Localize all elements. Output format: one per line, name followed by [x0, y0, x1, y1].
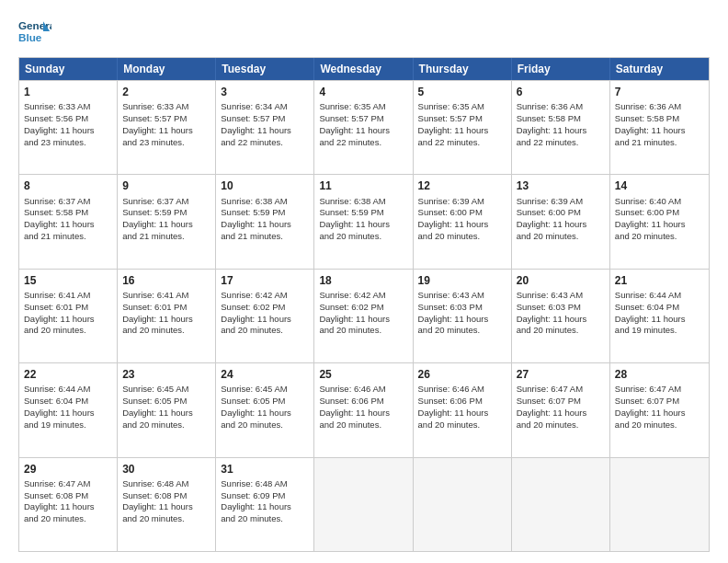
day-info-line: Sunset: 6:08 PM: [24, 490, 112, 502]
day-number: 24: [221, 367, 309, 382]
day-info-line: Daylight: 11 hours: [221, 314, 309, 326]
day-info-line: Sunset: 5:57 PM: [418, 113, 506, 125]
day-info-line: Sunrise: 6:33 AM: [24, 101, 112, 113]
day-number: 15: [24, 273, 112, 288]
day-number: 25: [319, 367, 407, 382]
day-info-line: Sunset: 5:56 PM: [24, 113, 112, 125]
day-info-line: Daylight: 11 hours: [221, 408, 309, 419]
day-number: 26: [418, 367, 506, 382]
calendar-row: 22Sunrise: 6:44 AMSunset: 6:04 PMDayligh…: [19, 362, 709, 456]
calendar-cell: 12Sunrise: 6:39 AMSunset: 6:00 PMDayligh…: [414, 175, 512, 268]
day-info-line: Daylight: 11 hours: [418, 408, 506, 419]
day-info-line: Daylight: 11 hours: [517, 408, 605, 419]
day-number: 30: [122, 462, 210, 477]
day-number: 19: [418, 273, 506, 288]
calendar-cell: 17Sunrise: 6:42 AMSunset: 6:02 PMDayligh…: [216, 270, 314, 362]
day-info-line: and 23 minutes.: [24, 137, 112, 149]
calendar-cell: 18Sunrise: 6:42 AMSunset: 6:02 PMDayligh…: [314, 270, 413, 362]
calendar-cell: 29Sunrise: 6:47 AMSunset: 6:08 PMDayligh…: [19, 458, 118, 551]
header-day: Tuesday: [216, 58, 314, 80]
day-info-line: and 20 minutes.: [122, 325, 210, 337]
day-info-line: Daylight: 11 hours: [418, 219, 506, 231]
calendar-cell: 19Sunrise: 6:43 AMSunset: 6:03 PMDayligh…: [414, 270, 512, 362]
calendar-cell: 27Sunrise: 6:47 AMSunset: 6:07 PMDayligh…: [512, 363, 610, 456]
day-info-line: Daylight: 11 hours: [122, 501, 210, 513]
day-info-line: and 20 minutes.: [122, 513, 210, 525]
day-number: 12: [418, 178, 506, 193]
day-info-line: and 20 minutes.: [418, 231, 506, 243]
day-info-line: Daylight: 11 hours: [517, 314, 605, 326]
day-number: 13: [517, 178, 605, 193]
calendar-cell: 9Sunrise: 6:37 AMSunset: 5:59 PMDaylight…: [118, 175, 216, 268]
calendar-cell: 22Sunrise: 6:44 AMSunset: 6:04 PMDayligh…: [19, 363, 118, 456]
calendar-header: SundayMondayTuesdayWednesdayThursdayFrid…: [19, 58, 709, 80]
calendar-cell: 2Sunrise: 6:33 AMSunset: 5:57 PMDaylight…: [118, 81, 216, 174]
calendar-cell: [512, 458, 610, 551]
calendar-cell: 13Sunrise: 6:39 AMSunset: 6:00 PMDayligh…: [512, 175, 610, 268]
day-info-line: Sunset: 6:06 PM: [319, 396, 407, 408]
day-info-line: Sunrise: 6:40 AM: [615, 196, 704, 208]
day-info-line: Sunset: 6:08 PM: [122, 490, 210, 502]
day-info-line: and 23 minutes.: [122, 137, 210, 149]
day-info-line: Sunset: 5:59 PM: [319, 207, 407, 219]
day-info-line: and 20 minutes.: [319, 325, 407, 337]
day-info-line: Sunrise: 6:37 AM: [24, 196, 112, 208]
day-info-line: Sunset: 5:58 PM: [615, 113, 704, 125]
calendar-cell: 3Sunrise: 6:34 AMSunset: 5:57 PMDaylight…: [216, 81, 314, 174]
day-info-line: Sunset: 6:01 PM: [24, 302, 112, 314]
day-info-line: Sunrise: 6:44 AM: [615, 290, 704, 302]
calendar-row: 15Sunrise: 6:41 AMSunset: 6:01 PMDayligh…: [19, 269, 709, 362]
day-info-line: Sunset: 6:02 PM: [221, 302, 309, 314]
day-info-line: Sunrise: 6:41 AM: [122, 290, 210, 302]
day-info-line: Daylight: 11 hours: [24, 125, 112, 137]
calendar-cell: 6Sunrise: 6:36 AMSunset: 5:58 PMDaylight…: [512, 81, 610, 174]
day-info-line: and 20 minutes.: [24, 513, 112, 525]
day-info-line: and 19 minutes.: [615, 325, 704, 337]
day-info-line: Daylight: 11 hours: [615, 314, 704, 326]
day-info-line: and 20 minutes.: [122, 419, 210, 431]
day-info-line: and 22 minutes.: [319, 137, 407, 149]
svg-text:Blue: Blue: [18, 31, 42, 43]
day-number: 17: [221, 273, 309, 288]
day-info-line: Sunrise: 6:36 AM: [615, 101, 704, 113]
day-info-line: Daylight: 11 hours: [319, 125, 407, 137]
day-info-line: Sunrise: 6:35 AM: [418, 101, 506, 113]
day-info-line: and 21 minutes.: [221, 231, 309, 243]
calendar-cell: 30Sunrise: 6:48 AMSunset: 6:08 PMDayligh…: [118, 458, 216, 551]
day-info-line: Sunset: 6:01 PM: [122, 302, 210, 314]
day-info-line: Sunset: 6:02 PM: [319, 302, 407, 314]
day-number: 21: [615, 273, 704, 288]
day-info-line: Sunrise: 6:41 AM: [24, 290, 112, 302]
day-info-line: Daylight: 11 hours: [615, 408, 704, 419]
day-info-line: Daylight: 11 hours: [319, 219, 407, 231]
day-info-line: Sunrise: 6:46 AM: [418, 384, 506, 396]
header: General Blue: [18, 15, 710, 48]
day-info-line: Sunrise: 6:43 AM: [517, 290, 605, 302]
day-info-line: Daylight: 11 hours: [319, 314, 407, 326]
day-info-line: Sunrise: 6:47 AM: [615, 384, 704, 396]
day-info-line: Sunrise: 6:38 AM: [221, 196, 309, 208]
day-info-line: Sunrise: 6:35 AM: [319, 101, 407, 113]
day-info-line: Sunset: 5:58 PM: [24, 207, 112, 219]
day-number: 29: [24, 462, 112, 477]
calendar-cell: 16Sunrise: 6:41 AMSunset: 6:01 PMDayligh…: [118, 270, 216, 362]
calendar-cell: 4Sunrise: 6:35 AMSunset: 5:57 PMDaylight…: [314, 81, 413, 174]
day-info-line: Sunrise: 6:48 AM: [221, 478, 309, 490]
calendar-cell: [610, 458, 709, 551]
day-number: 7: [615, 85, 704, 99]
day-info-line: Sunrise: 6:39 AM: [418, 196, 506, 208]
day-info-line: Sunrise: 6:34 AM: [221, 101, 309, 113]
day-info-line: Sunrise: 6:37 AM: [122, 196, 210, 208]
day-info-line: Daylight: 11 hours: [418, 314, 506, 326]
header-day: Thursday: [414, 58, 512, 80]
day-number: 31: [221, 462, 309, 477]
calendar-cell: 8Sunrise: 6:37 AMSunset: 5:58 PMDaylight…: [19, 175, 118, 268]
day-info-line: and 20 minutes.: [418, 419, 506, 431]
page: General Blue SundayMondayTuesdayWednesda…: [0, 0, 728, 563]
day-info-line: Daylight: 11 hours: [24, 408, 112, 419]
day-info-line: Sunrise: 6:43 AM: [418, 290, 506, 302]
day-info-line: Sunset: 5:57 PM: [122, 113, 210, 125]
day-info-line: Sunset: 6:06 PM: [418, 396, 506, 408]
day-info-line: Daylight: 11 hours: [418, 125, 506, 137]
day-info-line: Daylight: 11 hours: [615, 125, 704, 137]
